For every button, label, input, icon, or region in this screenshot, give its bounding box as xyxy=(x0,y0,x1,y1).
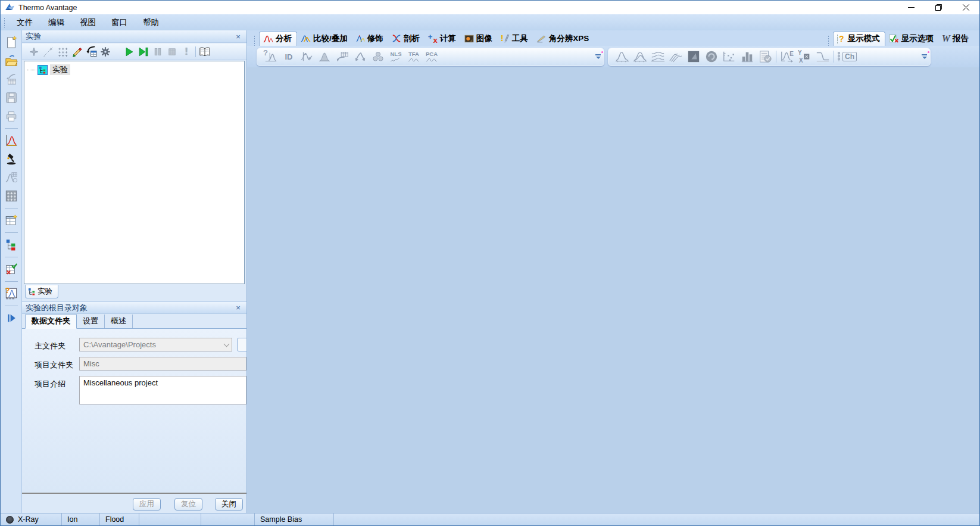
tab-data-folders[interactable]: 数据文件夹 xyxy=(25,314,77,329)
peak-identify-icon[interactable]: ? xyxy=(3,285,20,302)
toolbar-separator xyxy=(5,306,18,306)
tab-experiment[interactable]: 实验 xyxy=(25,285,58,298)
menu-help[interactable]: 帮助 xyxy=(135,15,167,30)
peak-id-icon: ID xyxy=(280,49,298,65)
spectrum-view-icon[interactable] xyxy=(3,132,20,149)
microscope-icon[interactable] xyxy=(3,151,20,167)
status-flood-label: Flood xyxy=(105,515,124,524)
tab-arxps[interactable]: 角分辨XPS xyxy=(533,32,594,46)
minimize-button[interactable] xyxy=(897,1,925,14)
molecule-icon xyxy=(369,49,387,65)
properties-panel-close-icon[interactable]: × xyxy=(233,303,243,312)
experiment-panel-close-icon[interactable]: × xyxy=(233,32,243,41)
reset-button[interactable]: 复位 xyxy=(174,498,202,511)
tab-report[interactable]: W 报告 xyxy=(938,32,973,46)
tab-tools[interactable]: ! 工具 xyxy=(497,32,533,46)
new-project-icon[interactable] xyxy=(3,34,20,51)
close-form-button[interactable]: 关闭 xyxy=(215,498,243,511)
energy-e-label: E xyxy=(789,51,794,57)
split-arrows-icon xyxy=(351,49,369,65)
nls-label: NLS xyxy=(391,51,402,57)
settings-gear-icon[interactable] xyxy=(98,45,113,59)
overlay-view-icon xyxy=(631,49,649,65)
run-to-icon[interactable] xyxy=(136,45,151,59)
project-folder-input[interactable]: Misc xyxy=(79,357,246,371)
toolbar-separator xyxy=(776,51,776,63)
tab-calculate-label: 计算 xyxy=(440,33,456,44)
experiment-tree-icon[interactable] xyxy=(3,236,20,253)
menu-view[interactable]: 视图 xyxy=(72,15,104,30)
peak-markers-icon xyxy=(298,49,316,65)
tab-image[interactable]: 图像 xyxy=(461,32,497,46)
form-buttons: 应用 复位 关闭 xyxy=(22,495,246,513)
display-options-icon xyxy=(889,34,899,43)
ribbon-grip[interactable] xyxy=(254,35,255,46)
tab-calculate[interactable]: + x 计算 xyxy=(425,32,461,46)
arxps-icon xyxy=(536,35,547,43)
cascade-view-icon xyxy=(667,49,685,65)
experiment-tree[interactable]: 实验 xyxy=(24,61,245,284)
transfer-to-table-icon[interactable] xyxy=(84,45,98,59)
tab-arxps-label: 角分辨XPS xyxy=(549,33,589,44)
title-bar: Thermo Avantage xyxy=(1,1,979,14)
tab-display-options-label: 显示选项 xyxy=(901,33,934,44)
compare-overlay-icon xyxy=(301,34,311,43)
new-table-icon[interactable] xyxy=(3,212,20,229)
restore-button[interactable] xyxy=(925,1,952,14)
menubar-grip[interactable] xyxy=(4,17,5,28)
display-group-grip[interactable] xyxy=(828,35,829,46)
energy-scale-icon: E xyxy=(778,49,796,65)
main-folder-combobox[interactable]: C:\Avantage\Projects xyxy=(79,338,232,351)
save-icon xyxy=(3,89,20,106)
main-folder-label: 主文件夹 xyxy=(35,341,65,351)
experiment-panel: 实验 × xyxy=(22,30,247,513)
tab-analysis[interactable]: 分析 xyxy=(259,32,297,46)
tab-profile[interactable]: 剖析 xyxy=(388,32,425,46)
axis-y-label: Y xyxy=(798,50,802,56)
tab-display-mode[interactable]: ? 显示模式 xyxy=(833,32,885,46)
nls-fitting-icon: NLS xyxy=(387,49,405,65)
edit-properties-pen-icon[interactable] xyxy=(70,45,84,59)
run-icon[interactable] xyxy=(122,45,136,59)
open-project-icon[interactable] xyxy=(3,52,20,69)
pause-icon xyxy=(151,45,165,59)
pca-label: PCA xyxy=(426,51,438,57)
channel-label: Ch xyxy=(842,52,857,61)
status-ion: Ion xyxy=(62,513,100,525)
validation-table-icon[interactable] xyxy=(3,261,20,278)
peak-fit-icon xyxy=(316,49,333,65)
window-controls xyxy=(897,1,979,14)
menu-bar: 文件 编辑 视图 窗口 帮助 xyxy=(1,14,979,30)
display-chunk-overflow-button[interactable] xyxy=(920,49,929,65)
apply-button[interactable]: 应用 xyxy=(133,498,161,511)
chevron-down-icon[interactable] xyxy=(221,338,232,351)
toolbar-separator xyxy=(5,128,18,129)
status-sample-bias: Sample Bias xyxy=(255,513,334,525)
tab-overview[interactable]: 概述 xyxy=(105,315,133,328)
tree-node-experiment[interactable]: 实验 xyxy=(27,64,242,75)
close-button[interactable] xyxy=(952,1,979,14)
project-desc-textarea[interactable]: Miscellaneous project xyxy=(79,376,246,404)
log-book-icon[interactable] xyxy=(198,45,212,59)
tree-node-label[interactable]: 实验 xyxy=(50,64,70,75)
expand-panel-icon[interactable] xyxy=(3,310,20,326)
ribbon-tab-row: 分析 比较/叠加 修饰 剖析 + x 计算 xyxy=(247,30,979,46)
menu-edit[interactable]: 编辑 xyxy=(40,15,72,30)
file-toolbar: ? xyxy=(1,30,22,513)
tab-modify[interactable]: 修饰 xyxy=(352,32,388,46)
table-transfer-icon xyxy=(333,49,351,65)
menu-window[interactable]: 窗口 xyxy=(104,15,135,30)
calculate-icon: + x xyxy=(428,34,438,43)
menu-file[interactable]: 文件 xyxy=(9,15,40,30)
tab-settings[interactable]: 设置 xyxy=(77,315,105,328)
tab-compare-overlay[interactable]: 比较/叠加 xyxy=(297,32,352,46)
exclamation-glyph: ! xyxy=(185,46,188,57)
analysis-chunk-overflow-button[interactable] xyxy=(594,49,603,65)
browse-button[interactable] xyxy=(237,338,246,351)
print-icon xyxy=(3,108,20,125)
tab-display-options[interactable]: 显示选项 xyxy=(885,32,938,46)
points-grid-icon xyxy=(3,188,20,204)
app-logo-icon xyxy=(5,3,15,12)
axis-x-label: X xyxy=(799,58,803,64)
tfa-label: TFA xyxy=(408,51,419,57)
